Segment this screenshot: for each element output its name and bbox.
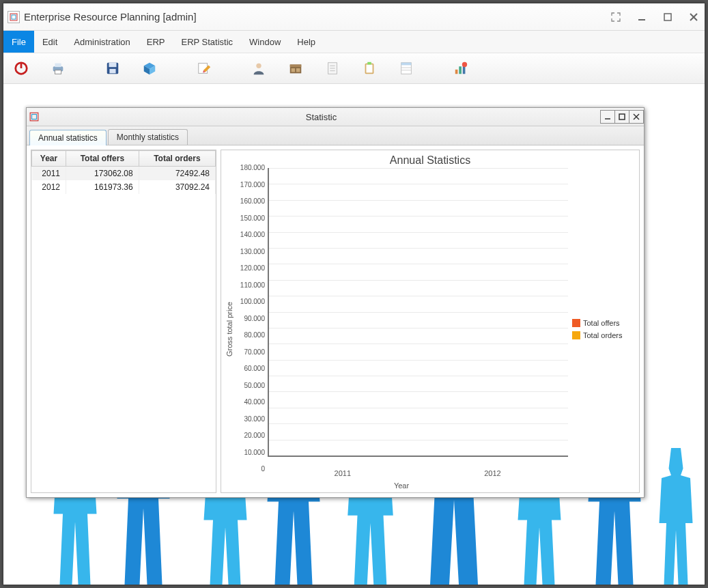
app-title: Enterprise Resource Planning [admin] xyxy=(24,11,609,23)
app-window: Enterprise Resource Planning [admin] Fil… xyxy=(3,3,705,585)
menu-window[interactable]: Window xyxy=(241,31,289,53)
cell-year: 2011 xyxy=(32,167,66,181)
subwindow-icon xyxy=(27,112,42,122)
client-area: Statistic Annual statistics Monthly stat… xyxy=(3,84,705,585)
chart-ylabel: Gross total price xyxy=(224,168,235,490)
fullscreen-icon[interactable] xyxy=(609,10,623,24)
clipboard-icon[interactable] xyxy=(356,55,383,81)
svg-rect-10 xyxy=(55,70,61,74)
maximize-button[interactable] xyxy=(661,10,675,24)
table-pane: Year Total offers Total orders 2011 1730… xyxy=(31,150,216,493)
svg-point-37 xyxy=(462,62,467,67)
chart-yaxis: 180.000170.000160.000150.000140.000130.0… xyxy=(235,168,268,469)
menu-file[interactable]: File xyxy=(3,31,34,53)
edit-icon[interactable] xyxy=(190,55,218,81)
legend-item: Total offers xyxy=(572,319,636,327)
legend-label: Total offers xyxy=(583,319,620,327)
subwindow-maximize-button[interactable] xyxy=(614,110,629,124)
statistics-table[interactable]: Year Total offers Total orders 2011 1730… xyxy=(31,150,216,194)
menu-edit[interactable]: Edit xyxy=(34,31,66,53)
svg-rect-9 xyxy=(55,64,61,68)
subwindow-body: Year Total offers Total orders 2011 1730… xyxy=(27,145,644,497)
toolbar xyxy=(3,53,705,84)
col-total-offers[interactable]: Total offers xyxy=(66,151,139,167)
svg-rect-13 xyxy=(109,69,115,73)
svg-rect-31 xyxy=(401,63,412,66)
legend-item: Total orders xyxy=(572,331,636,339)
subwindow-controls xyxy=(601,110,644,124)
chart: Gross total price 180.000170.000160.0001… xyxy=(224,168,636,490)
menu-erp[interactable]: ERP xyxy=(139,31,173,53)
svg-rect-21 xyxy=(292,68,296,72)
box-icon[interactable] xyxy=(136,55,163,81)
cell-orders: 37092.24 xyxy=(139,180,215,194)
chart-xlabel: Year xyxy=(235,481,568,490)
titlebar[interactable]: Enterprise Resource Planning [admin] xyxy=(3,3,705,31)
chart-xaxis: 2011 2012 xyxy=(235,469,568,483)
svg-rect-39 xyxy=(32,115,37,120)
minimize-button[interactable] xyxy=(635,10,649,24)
col-total-orders[interactable]: Total orders xyxy=(139,151,215,167)
subwindow-minimize-button[interactable] xyxy=(600,110,615,124)
menu-administration[interactable]: Administration xyxy=(66,31,138,53)
subwindow-titlebar[interactable]: Statistic xyxy=(27,108,644,126)
cell-offers: 161973.36 xyxy=(66,180,139,194)
tab-bar: Annual statistics Monthly statistics xyxy=(27,126,644,145)
sheet-icon[interactable] xyxy=(393,55,420,81)
svg-rect-34 xyxy=(455,70,458,74)
printer-icon[interactable] xyxy=(44,55,72,81)
xtick: 2012 xyxy=(418,469,568,483)
svg-rect-12 xyxy=(109,63,117,67)
menu-erp-statistic[interactable]: ERP Statistic xyxy=(173,31,241,53)
tab-annual-statistics[interactable]: Annual statistics xyxy=(29,130,107,145)
drawer-icon[interactable] xyxy=(282,55,309,81)
legend-swatch xyxy=(572,319,580,327)
legend-label: Total orders xyxy=(583,331,622,339)
subwindow-close-button[interactable] xyxy=(629,110,644,124)
statistic-window: Statistic Annual statistics Monthly stat… xyxy=(26,107,645,498)
subwindow-title: Statistic xyxy=(42,112,601,122)
svg-rect-35 xyxy=(459,66,462,74)
doc-icon[interactable] xyxy=(319,55,346,81)
svg-rect-29 xyxy=(367,62,371,65)
power-icon[interactable] xyxy=(8,55,35,81)
col-year[interactable]: Year xyxy=(32,151,66,167)
cell-offers: 173062.08 xyxy=(66,167,139,181)
user-icon[interactable] xyxy=(245,55,272,81)
svg-rect-1 xyxy=(12,15,16,19)
svg-rect-20 xyxy=(290,65,302,68)
xtick: 2011 xyxy=(268,469,418,483)
close-button[interactable] xyxy=(687,10,700,24)
chart-plot-area xyxy=(268,168,568,457)
chart-title: Annual Statistics xyxy=(224,154,636,167)
table-row[interactable]: 2012 161973.36 37092.24 xyxy=(32,180,216,194)
svg-rect-22 xyxy=(296,68,300,72)
chart-pane: Annual Statistics Gross total price 180.… xyxy=(221,150,640,493)
tab-monthly-statistics[interactable]: Monthly statistics xyxy=(108,129,188,145)
menu-help[interactable]: Help xyxy=(289,31,324,53)
table-row[interactable]: 2011 173062.08 72492.48 xyxy=(32,167,216,181)
chart-icon[interactable] xyxy=(447,55,475,81)
legend-swatch xyxy=(572,331,580,339)
svg-point-18 xyxy=(256,64,261,68)
svg-rect-41 xyxy=(619,114,625,120)
window-controls xyxy=(609,10,700,24)
app-icon xyxy=(8,11,20,23)
cell-orders: 72492.48 xyxy=(139,167,215,181)
save-icon[interactable] xyxy=(99,55,126,81)
menubar: File Edit Administration ERP ERP Statist… xyxy=(3,31,705,53)
chart-legend: Total offers Total orders xyxy=(568,168,636,490)
cell-year: 2012 xyxy=(32,180,66,194)
svg-rect-3 xyxy=(664,14,671,20)
svg-rect-28 xyxy=(366,65,372,73)
